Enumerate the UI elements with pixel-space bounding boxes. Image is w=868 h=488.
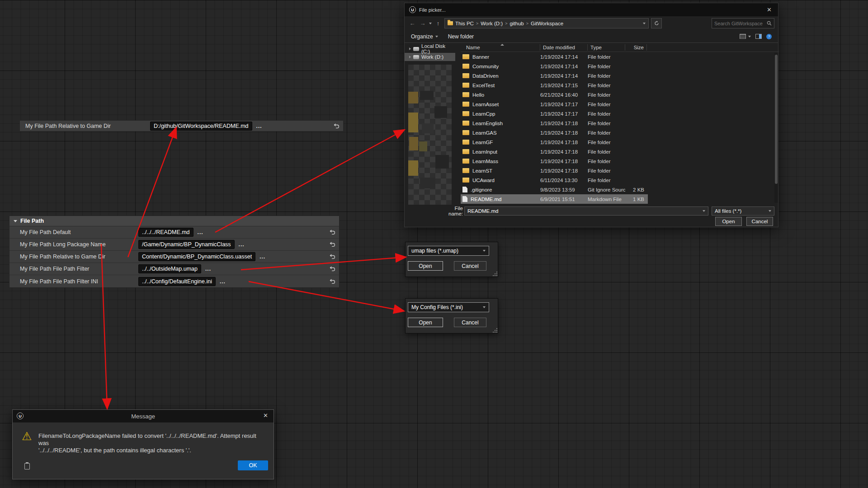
file-date: 1/19/2024 17:18 (540, 168, 588, 174)
property-value-box[interactable]: ../../../README.md (138, 228, 193, 237)
column-header-size[interactable]: Size (625, 44, 647, 51)
view-mode-button[interactable] (740, 34, 751, 39)
file-row[interactable]: Banner1/19/2024 17:14File folder (461, 52, 648, 61)
refresh-icon (654, 21, 659, 26)
sidebar-item-local-disk-c-[interactable]: Local Disk (C:) (405, 45, 455, 53)
close-icon[interactable]: ✕ (765, 6, 774, 13)
window-title: File picker... (419, 7, 446, 13)
file-date: 6/9/2021 15:51 (540, 197, 588, 202)
file-name-cell: .gitignore (462, 187, 540, 192)
revert-icon[interactable] (330, 279, 335, 284)
close-icon[interactable]: ✕ (263, 412, 268, 419)
file-row[interactable]: Hello6/21/2024 16:40File folder (461, 90, 648, 99)
titlebar[interactable]: U Message ✕ (13, 410, 274, 422)
property-label: My File Path Relative to Game Dir (9, 253, 138, 260)
organize-button[interactable]: Organize (411, 33, 438, 40)
breadcrumb-segment[interactable]: Work (D:) (479, 21, 504, 26)
file-row[interactable]: LearnInput1/19/2024 17:18File folder (461, 147, 648, 156)
revert-icon[interactable] (334, 123, 340, 129)
filename-combobox[interactable]: README.md (464, 206, 708, 216)
filename-row: File name: README.md All files (*.*) (405, 206, 779, 216)
open-button[interactable]: Open (408, 261, 443, 271)
column-header-type[interactable]: Type (588, 44, 625, 51)
filetype-filter-combobox[interactable]: All files (*.*) (712, 206, 774, 216)
property-value-box[interactable]: D:/github/GitWorkspace/README.md (150, 122, 252, 131)
file-icon (462, 196, 467, 202)
file-row[interactable]: LearnAsset1/19/2024 17:17File folder (461, 99, 648, 109)
revert-icon[interactable] (330, 242, 335, 247)
scrollbar-thumb[interactable] (775, 55, 778, 184)
browse-ellipsis-button[interactable]: ... (259, 253, 265, 260)
ok-button[interactable]: OK (238, 460, 268, 470)
filter-combobox[interactable]: umap files (*.umap) (408, 246, 489, 256)
browse-ellipsis-button[interactable]: ... (220, 278, 226, 285)
titlebar[interactable]: U File picker... ✕ (405, 3, 778, 16)
cancel-button[interactable]: Cancel (454, 261, 486, 271)
file-date: 1/19/2024 17:14 (540, 73, 588, 79)
file-row[interactable]: Community1/19/2024 17:14File folder (461, 61, 648, 71)
file-row[interactable]: README.md6/9/2021 15:51Markdown File1 KB (461, 194, 648, 204)
breadcrumb-segment[interactable]: GitWorkspace (529, 21, 565, 26)
file-row[interactable]: LearnCpp1/19/2024 17:17File folder (461, 109, 648, 118)
file-date: 1/19/2024 17:18 (540, 121, 588, 126)
preview-pane-icon[interactable] (755, 34, 762, 39)
revert-icon[interactable] (330, 254, 335, 259)
open-button[interactable]: Open (715, 217, 742, 226)
column-header-name[interactable]: Name (462, 44, 540, 51)
file-name-cell: LearnGAS (462, 130, 540, 136)
file-row[interactable]: DataDriven1/19/2024 17:14File folder (461, 71, 648, 80)
back-icon[interactable]: ← (408, 20, 416, 27)
browse-ellipsis-button[interactable]: ... (256, 123, 262, 129)
filter-combobox[interactable]: My Config Files (*.ini) (408, 302, 489, 312)
new-folder-button[interactable]: New folder (448, 33, 474, 40)
scrollbar[interactable] (774, 53, 778, 203)
property-value-box[interactable]: ../../OutsideMap.umap (138, 264, 201, 273)
file-name: README.md (471, 197, 501, 202)
column-headers: Name Date modified Type Size (461, 43, 779, 52)
up-icon[interactable]: ↑ (434, 20, 442, 27)
file-row[interactable]: UCAward6/11/2024 13:30File folder (461, 175, 648, 185)
section-title: File Path (20, 218, 44, 224)
forward-icon[interactable]: → (419, 20, 427, 27)
search-input[interactable] (714, 21, 767, 26)
refresh-button[interactable] (651, 18, 662, 28)
section-header[interactable]: File Path (9, 216, 339, 226)
column-header-date[interactable]: Date modified (540, 44, 588, 51)
breadcrumb-segment[interactable]: github (508, 21, 525, 26)
file-row[interactable]: LearnST1/19/2024 17:18File folder (461, 166, 648, 175)
file-row[interactable]: ExcelTest1/19/2024 17:15File folder (461, 80, 648, 90)
browse-ellipsis-button[interactable]: ... (239, 241, 245, 248)
resize-grip[interactable] (492, 271, 497, 276)
open-button[interactable]: Open (408, 318, 443, 327)
file-row[interactable]: .gitignore9/8/2023 13:59Git Ignore Sourc… (461, 185, 648, 194)
history-dropdown-icon[interactable] (429, 23, 432, 24)
expand-chevron-icon[interactable] (409, 47, 411, 50)
revert-icon[interactable] (330, 266, 335, 272)
file-name-cell: Community (462, 64, 540, 69)
property-value-box[interactable]: Content/Dynamic/BP_DynamicClass.uasset (138, 252, 255, 261)
property-value-box[interactable]: ../../Config/DefaultEngine.ini (138, 277, 216, 286)
drive-icon (413, 47, 419, 51)
property-value-box[interactable]: /Game/Dynamic/BP_DynamicClass (138, 240, 235, 249)
file-row[interactable]: LearnGAS1/19/2024 17:18File folder (461, 128, 648, 137)
cancel-button[interactable]: Cancel (454, 318, 486, 327)
file-row[interactable]: LearnGF1/19/2024 17:18File folder (461, 137, 648, 147)
file-row[interactable]: LearnEnglish1/19/2024 17:18File folder (461, 118, 648, 128)
breadcrumb-dropdown-icon[interactable] (643, 23, 646, 24)
breadcrumb[interactable]: This PC>Work (D:)>github>GitWorkspace (444, 18, 649, 28)
search-box[interactable] (712, 18, 774, 28)
file-name: LearnGAS (472, 130, 497, 136)
revert-icon[interactable] (330, 230, 335, 235)
browse-ellipsis-button[interactable]: ... (198, 229, 203, 235)
breadcrumb-segment[interactable]: This PC (454, 21, 475, 26)
resize-grip[interactable] (492, 328, 497, 333)
browse-ellipsis-button[interactable]: ... (205, 266, 211, 272)
expand-chevron-icon[interactable] (409, 56, 411, 58)
help-icon[interactable]: ? (766, 34, 772, 39)
file-row[interactable]: LearnMass1/19/2024 17:18File folder (461, 156, 648, 166)
property-label: My File Path File Path Filter INI (9, 278, 138, 285)
property-label: My File Path Long Package Name (9, 241, 138, 248)
file-name-cell: LearnCpp (462, 111, 540, 117)
copy-to-clipboard-icon[interactable] (24, 463, 30, 469)
cancel-button[interactable]: Cancel (746, 217, 773, 226)
